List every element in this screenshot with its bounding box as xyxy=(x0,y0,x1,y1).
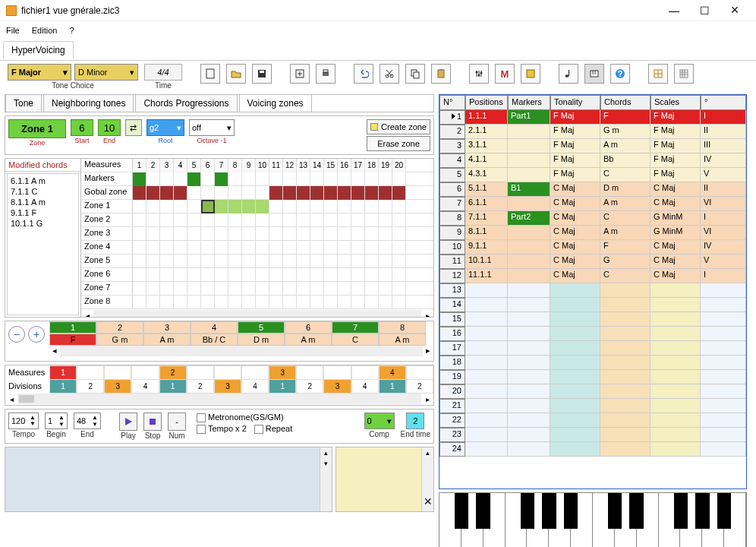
zone-select[interactable]: Zone 1 xyxy=(8,119,66,138)
close-button[interactable]: × xyxy=(720,0,750,21)
list-item[interactable]: 8.1.1 A m xyxy=(11,197,75,207)
table-row[interactable]: 1110.1.1C MajGC MajV xyxy=(439,255,746,269)
table-row[interactable]: 20 xyxy=(439,384,746,399)
menu-help[interactable]: ? xyxy=(69,26,74,35)
table-row[interactable]: 109.1.1C MajFC MajIV xyxy=(439,240,746,255)
zone-end[interactable]: 10 xyxy=(98,119,121,136)
table-row[interactable]: 18 xyxy=(439,356,746,370)
octave-select[interactable]: off▾ xyxy=(189,119,235,136)
close-icon[interactable]: × xyxy=(424,494,432,510)
metronome-check[interactable]: Metronome(GS/GM) xyxy=(197,413,292,422)
table-row[interactable]: 17 xyxy=(439,341,746,356)
table-row[interactable]: 1211.1.1C MajCC MajI xyxy=(439,269,746,283)
zone-start[interactable]: 6 xyxy=(71,119,93,136)
zoom-in-icon[interactable]: + xyxy=(28,326,45,343)
grid2-button[interactable] xyxy=(674,64,694,84)
grid1-button[interactable] xyxy=(648,64,668,84)
table-row[interactable]: 21 xyxy=(439,399,746,413)
modified-chords-panel: Modified chords 6.1.1 A m7.1.1 C8.1.1 A … xyxy=(5,159,81,317)
key-select-1[interactable]: F Major▾ xyxy=(8,64,71,81)
repeat-check[interactable]: Repeat xyxy=(254,424,292,434)
minimize-button[interactable]: — xyxy=(659,0,689,21)
swap-button[interactable]: ⇄ xyxy=(125,119,142,136)
svg-rect-17 xyxy=(591,71,598,77)
tempox2-check[interactable]: Tempo x 2 xyxy=(197,424,247,434)
begin-input[interactable]: 1▲▼ xyxy=(45,413,68,429)
table-row[interactable]: 98.1.1C MajA mG MinMVI xyxy=(439,226,746,240)
list-item[interactable]: 10.1.1 G xyxy=(11,218,75,229)
note-button[interactable] xyxy=(559,64,578,84)
vscroll[interactable]: ▴▾ xyxy=(320,447,332,511)
comp-select[interactable]: 0▾ xyxy=(364,413,395,429)
new-file-button[interactable] xyxy=(200,64,220,84)
tab-hypervoicing[interactable]: HyperVoicing xyxy=(3,41,74,58)
main-table: N° Positions Markers Tonality Chords Sca… xyxy=(439,94,747,489)
table-row[interactable]: 65.1.1B1C MajD mC MajII xyxy=(439,182,746,197)
playback-controls: 120▲▼Tempo 1▲▼Begin 48▲▼End Play Stop -N… xyxy=(5,409,434,444)
subtab-progressions[interactable]: Chords Progressions xyxy=(135,94,237,112)
svg-rect-5 xyxy=(323,70,328,72)
save-file-button[interactable] xyxy=(252,64,272,84)
cut-button[interactable] xyxy=(380,64,399,84)
zoom-out-icon[interactable]: − xyxy=(8,326,25,343)
chord-strip: − + 12345678FG mA mBb / CD mA mCA m ◂▸ xyxy=(5,321,434,362)
root-select[interactable]: g2▾ xyxy=(146,119,184,136)
voicing-subtabs: Tone Neighboring tones Chords Progressio… xyxy=(5,94,434,112)
table-row[interactable]: 14 xyxy=(439,298,746,312)
create-zone-button[interactable]: Create zone xyxy=(367,119,430,134)
svg-rect-10 xyxy=(438,70,444,77)
tempo-input[interactable]: 120▲▼ xyxy=(8,413,39,429)
print-button[interactable] xyxy=(316,64,335,84)
export-button[interactable] xyxy=(290,64,310,84)
table-row[interactable]: 16 xyxy=(439,327,746,341)
table-row[interactable]: 33.1.1F MajA mF MajIII xyxy=(439,139,746,153)
table-row[interactable]: 76.1.1C MajA mC MajVI xyxy=(439,197,746,211)
list-item[interactable]: 9.1.1 F xyxy=(11,207,75,218)
table-row[interactable]: 13 xyxy=(439,283,746,298)
table-row[interactable]: 23 xyxy=(439,428,746,442)
open-file-button[interactable] xyxy=(226,64,246,84)
stop-button[interactable] xyxy=(143,413,162,431)
num-button[interactable]: - xyxy=(168,413,186,431)
menu-edition[interactable]: Edition xyxy=(32,26,58,35)
table-row[interactable]: 11.1.1Part1F MajFF MajI xyxy=(439,110,746,125)
settings-button[interactable] xyxy=(469,64,489,84)
metronome-button[interactable]: M xyxy=(495,64,515,84)
svg-rect-11 xyxy=(439,69,443,71)
copy-button[interactable] xyxy=(405,64,425,84)
undo-button[interactable] xyxy=(354,64,373,84)
zone-grid: Modified chords 6.1.1 A m7.1.1 C8.1.1 A … xyxy=(5,158,434,318)
subtab-voicing-zones[interactable]: Voicing zones xyxy=(239,94,312,112)
divisions-strip: Measures1234 Divisions12341234123412 ◂▸ xyxy=(5,365,434,406)
svg-point-12 xyxy=(476,71,478,74)
list-item[interactable]: 6.1.1 A m xyxy=(11,175,75,186)
paste-button[interactable] xyxy=(431,64,451,84)
list-item[interactable]: 7.1.1 C xyxy=(11,186,75,197)
table-row[interactable]: 44.1.1F MajBbF MajIV xyxy=(439,153,746,168)
svg-rect-4 xyxy=(323,72,329,76)
subtab-neighboring[interactable]: Neighboring tones xyxy=(43,94,134,112)
table-row[interactable]: 87.1.1Part2C MajCG MinMI xyxy=(439,211,746,226)
maximize-button[interactable]: ☐ xyxy=(689,0,720,21)
erase-zone-button[interactable]: Erase zone xyxy=(367,136,430,151)
end-input[interactable]: 48▲▼ xyxy=(74,413,101,429)
subtab-tone[interactable]: Tone xyxy=(5,94,42,112)
window-title: fichier1 vue gnérale.zic3 xyxy=(21,5,659,16)
table-row[interactable]: 15 xyxy=(439,312,746,327)
table-row[interactable]: 24 xyxy=(439,442,746,457)
table-row[interactable]: 19 xyxy=(439,370,746,384)
menu-file[interactable]: File xyxy=(6,26,20,35)
help-button[interactable]: ? xyxy=(610,64,630,84)
table-row[interactable]: 54.3.1F MajCF MajV xyxy=(439,168,746,182)
play-button[interactable] xyxy=(119,413,137,431)
key-select-2[interactable]: D Minor▾ xyxy=(74,64,138,81)
endtime-display: 2 xyxy=(406,413,424,429)
keyboard-button[interactable] xyxy=(584,64,604,84)
table-row[interactable]: 22.1.1F MajG mF MajII xyxy=(439,125,746,139)
mixer-button[interactable] xyxy=(521,64,540,84)
table-row[interactable]: 22 xyxy=(439,413,746,428)
svg-point-16 xyxy=(565,74,569,77)
piano-keyboard[interactable] xyxy=(439,492,747,547)
time-signature[interactable]: 4/4 xyxy=(144,64,182,81)
svg-text:?: ? xyxy=(618,69,623,78)
